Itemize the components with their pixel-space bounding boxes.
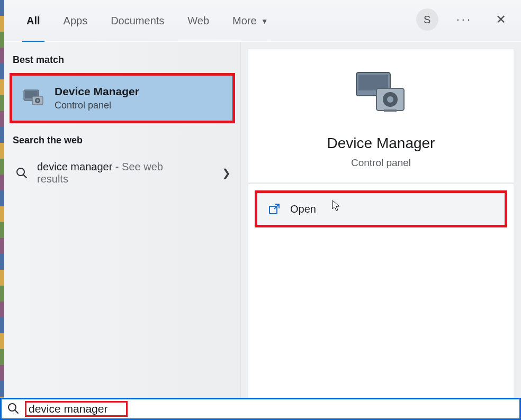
- chevron-right-icon: ❯: [222, 167, 231, 179]
- annotation-search-input: [25, 401, 128, 417]
- web-result-text: device manager - See web results: [37, 161, 163, 185]
- user-avatar[interactable]: S: [416, 8, 438, 31]
- tab-apps[interactable]: Apps: [54, 10, 97, 34]
- open-action[interactable]: Open: [257, 193, 505, 225]
- web-search-result[interactable]: device manager - See web results ❯: [4, 153, 240, 193]
- preview-card: Device Manager Control panel Open: [248, 49, 514, 398]
- svg-line-16: [15, 410, 18, 413]
- main-area: Best match Device Manager: [4, 42, 521, 398]
- desktop-edge-strip: [0, 0, 4, 398]
- web-result-line2: results: [37, 173, 163, 185]
- open-action-label: Open: [290, 203, 316, 215]
- device-manager-icon: [22, 87, 45, 110]
- device-manager-large-icon: [352, 65, 410, 123]
- tab-web[interactable]: Web: [178, 10, 219, 34]
- results-panel: Best match Device Manager: [4, 42, 241, 398]
- section-best-match: Best match: [4, 49, 240, 73]
- close-button[interactable]: ✕: [490, 9, 511, 30]
- best-match-subtitle: Control panel: [55, 100, 139, 111]
- best-match-result[interactable]: Device Manager Control panel: [12, 76, 232, 121]
- svg-point-11: [387, 96, 393, 103]
- tab-documents[interactable]: Documents: [101, 10, 174, 34]
- tab-more[interactable]: More ▼: [223, 10, 277, 34]
- preview-header: Device Manager Control panel: [248, 49, 514, 184]
- search-icon: [7, 402, 21, 416]
- svg-rect-12: [384, 109, 397, 112]
- web-result-query: device manager: [37, 161, 112, 172]
- taskbar-search-box[interactable]: [0, 398, 521, 420]
- web-result-suffix: - See web: [112, 161, 163, 172]
- more-options-button[interactable]: ···: [452, 8, 477, 31]
- tab-more-label: More: [232, 15, 257, 27]
- preview-subtitle: Control panel: [351, 157, 411, 169]
- annotation-open-action: Open: [255, 190, 507, 227]
- search-icon: [14, 165, 30, 181]
- preview-title: Device Manager: [327, 135, 435, 152]
- search-header: All Apps Documents Web More ▼ S ··· ✕: [4, 0, 521, 41]
- best-match-title: Device Manager: [55, 85, 139, 98]
- open-icon: [268, 203, 281, 215]
- section-search-web: Search the web: [4, 123, 240, 153]
- avatar-initial: S: [424, 14, 430, 26]
- tab-all[interactable]: All: [17, 10, 50, 34]
- search-input[interactable]: [29, 403, 124, 415]
- svg-line-6: [23, 175, 26, 178]
- svg-point-4: [37, 99, 39, 101]
- chevron-down-icon: ▼: [261, 17, 268, 25]
- preview-panel: Device Manager Control panel Open: [241, 42, 521, 398]
- annotation-best-match: Device Manager Control panel: [10, 73, 235, 123]
